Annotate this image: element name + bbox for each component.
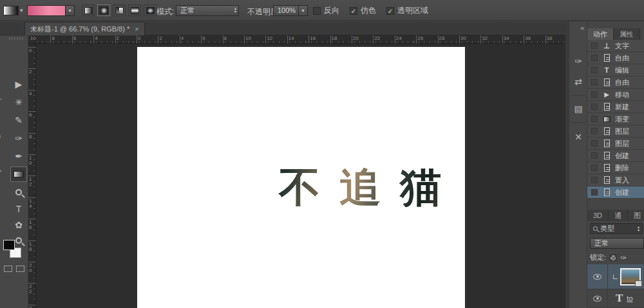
tab-通道[interactable]: 通道 [609, 210, 628, 221]
tools-panel-icon[interactable]: ✕ [571, 130, 585, 144]
gradient-tool[interactable] [10, 167, 27, 182]
angle-gradient-button[interactable] [113, 5, 126, 16]
tool-preset-caret-icon[interactable]: ▾ [20, 7, 23, 14]
lock-transparency-icon[interactable] [610, 255, 616, 261]
history-source-checkbox[interactable] [591, 140, 598, 147]
layer-visibility-cell[interactable] [587, 264, 608, 289]
history-source-checkbox[interactable] [591, 152, 598, 159]
option-checkbox-item: ✓仿色 [350, 5, 376, 16]
smart-object-badge-icon [635, 280, 642, 287]
shape-tool[interactable]: ✿ [10, 217, 27, 233]
history-row[interactable]: 自由 [587, 52, 644, 64]
dodge-tool[interactable] [10, 185, 27, 200]
layer-row[interactable]: Tto [587, 289, 644, 308]
document-tab[interactable]: 未标题-1 @ 66.7% (9, RGB/8) * × [24, 22, 145, 35]
move-tool[interactable]: ▶ [10, 77, 27, 92]
eyedropper-tool[interactable]: ✎ [10, 113, 27, 128]
tools-panel-grip[interactable] [9, 37, 23, 40]
layer-filter-control[interactable]: 类型 ▴▾ [590, 223, 643, 234]
ruler-label: 4 [29, 91, 34, 96]
checkbox-2-icon[interactable]: ✓ [350, 7, 357, 15]
checkbox-1-icon[interactable] [313, 7, 321, 15]
tab-属性[interactable]: 属性 [614, 28, 640, 40]
history-source-checkbox[interactable] [591, 128, 598, 134]
history-source-checkbox[interactable] [591, 116, 598, 122]
ruler-tick [158, 35, 158, 44]
move-tool-icon: ▶ [15, 79, 23, 89]
layer-thumbnail-image[interactable] [620, 268, 641, 285]
tab-图[interactable]: 图 [628, 210, 644, 221]
history-row[interactable]: 创建 [587, 186, 644, 199]
history-source-checkbox[interactable] [591, 189, 598, 195]
stamp-panel-icon[interactable]: ▤ [571, 102, 585, 116]
ruler-label: 20 [353, 35, 359, 41]
history-source-checkbox[interactable] [591, 55, 598, 61]
ruler-label: 0 [29, 48, 34, 53]
history-row[interactable]: ▶移动 [587, 89, 644, 101]
page-icon [604, 188, 610, 196]
linear-gradient-button[interactable] [82, 5, 95, 16]
foreground-color-swatch[interactable] [3, 240, 15, 250]
opacity-caret-icon[interactable]: ▾ [299, 5, 308, 16]
mixer-brush-tool[interactable]: ✒ [10, 149, 27, 164]
brush-presets-panel-icon[interactable]: ✑ [571, 54, 585, 68]
layer-row[interactable] [587, 264, 644, 289]
ruler-tick [524, 35, 524, 44]
quick-mask-icon[interactable] [4, 266, 12, 272]
history-row-label: 自由 [615, 53, 629, 63]
history-row[interactable]: ⊥文字 [587, 40, 644, 52]
ruler-tick [287, 35, 288, 44]
diamond-gradient-button[interactable] [144, 5, 156, 16]
history-row[interactable]: 新建 [587, 101, 644, 113]
history-row[interactable]: 图层 [587, 125, 644, 138]
ruler-tick [438, 35, 439, 44]
history-row-label: 置入 [615, 176, 629, 185]
opacity-input[interactable]: 100% [273, 5, 299, 16]
blend-mode-select[interactable]: 正常 [590, 238, 644, 249]
history-source-checkbox[interactable] [591, 165, 598, 171]
type-tool[interactable]: T [10, 201, 27, 217]
page-icon [604, 127, 610, 135]
tool-preset-picker[interactable] [3, 6, 19, 15]
ruler-label: 32 [482, 35, 488, 41]
history-source-checkbox[interactable] [591, 91, 598, 98]
history-row-label: 图层 [615, 127, 629, 136]
screen-mode-icon[interactable] [16, 266, 24, 272]
history-row[interactable]: 图层 [587, 138, 644, 150]
clone-source-panel-icon[interactable]: ⇄ [571, 75, 585, 89]
eye-icon [593, 274, 601, 280]
ruler-tick [395, 35, 395, 44]
ruler-label: 8 [224, 35, 227, 41]
history-row[interactable]: 删除 [587, 162, 644, 174]
history-row[interactable]: 创建 [587, 150, 644, 162]
tab-动作[interactable]: 动作 [587, 28, 614, 40]
brush-tool[interactable]: ✑ [10, 131, 27, 146]
layers-list: Tto [587, 264, 644, 308]
layer-visibility-cell[interactable] [587, 289, 608, 307]
checkbox-3-icon[interactable]: ✓ [386, 7, 394, 15]
history-source-checkbox[interactable] [591, 177, 598, 183]
document-tab-close-icon[interactable]: × [135, 25, 138, 33]
lock-paint-icon[interactable]: ✑ [620, 253, 627, 262]
right-panel-dock: 动作属性 ⊥文字自由T编辑自由▶移动新建渐变图层图层创建删除置入创建 3D通道图… [587, 22, 644, 308]
gradient-picker-caret-icon[interactable]: ▾ [66, 5, 75, 16]
document-canvas[interactable]: tom 不追猫 [137, 47, 465, 308]
reflected-gradient-button[interactable] [128, 5, 141, 16]
history-row[interactable]: 渐变 [587, 113, 644, 125]
history-row[interactable]: 置入 [587, 174, 644, 186]
history-row[interactable]: T编辑 [587, 64, 644, 77]
magic-wand-tool[interactable]: ✳ [10, 95, 27, 110]
radial-gradient-button[interactable] [97, 5, 110, 16]
history-page-icon [602, 103, 611, 111]
history-source-checkbox[interactable] [591, 67, 598, 73]
history-row[interactable]: 自由 [587, 77, 644, 89]
gradient-preview-swatch[interactable] [27, 5, 66, 16]
ruler-label: 20 [29, 263, 34, 273]
expand-panels-icon[interactable]: « [580, 24, 584, 32]
history-source-checkbox[interactable] [591, 79, 598, 86]
history-source-checkbox[interactable] [591, 104, 598, 110]
text-layer-thumbnail[interactable]: T [616, 292, 623, 305]
tab-3D[interactable]: 3D [587, 210, 609, 221]
history-source-checkbox[interactable] [591, 42, 598, 49]
mode-select[interactable]: 正常 ▴▾ [176, 5, 239, 16]
